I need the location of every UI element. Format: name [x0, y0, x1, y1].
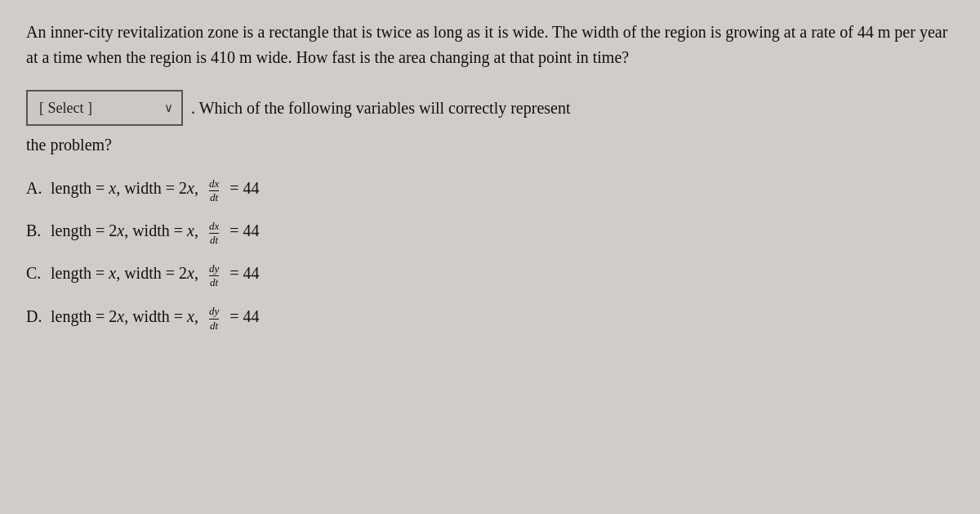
chevron-down-icon: ∨ — [164, 101, 173, 115]
select-row: [ Select ] ∨ . Which of the following va… — [26, 90, 954, 126]
answer-label-a: A. — [26, 175, 51, 201]
select-label: [ Select ] — [39, 100, 158, 117]
answer-row-b: B. length = 2x, width = x, dx dt = 44 — [26, 217, 954, 245]
problem-text: An inner-city revitalization zone is a r… — [26, 20, 954, 70]
answer-label-d: D. — [26, 303, 51, 329]
main-content: An inner-city revitalization zone is a r… — [26, 20, 954, 346]
problem-statement: An inner-city revitalization zone is a r… — [26, 23, 947, 66]
answer-content-a: length = x, width = 2x, dx dt = 44 — [51, 175, 259, 203]
answer-label-c: C. — [26, 260, 51, 286]
answer-content-c: length = x, width = 2x, dy dt = 44 — [51, 260, 259, 288]
answer-row-d: D. length = 2x, width = x, dy dt = 44 — [26, 303, 954, 331]
fraction-a: dx dt — [209, 178, 219, 204]
answer-content-d: length = 2x, width = x, dy dt = 44 — [51, 303, 259, 331]
answer-content-b: length = 2x, width = x, dx dt = 44 — [51, 217, 259, 245]
fraction-d: dy dt — [209, 306, 219, 332]
after-select-text: . Which of the following variables will … — [191, 96, 570, 120]
fraction-b: dx dt — [209, 221, 219, 247]
fraction-c: dy dt — [209, 263, 219, 289]
continuation-text: the problem? — [26, 132, 954, 157]
answer-row-c: C. length = x, width = 2x, dy dt = 44 — [26, 260, 954, 288]
answer-label-b: B. — [26, 217, 51, 244]
select-dropdown[interactable]: [ Select ] ∨ — [26, 90, 183, 126]
answer-row-a: A. length = x, width = 2x, dx dt = 44 — [26, 175, 954, 203]
